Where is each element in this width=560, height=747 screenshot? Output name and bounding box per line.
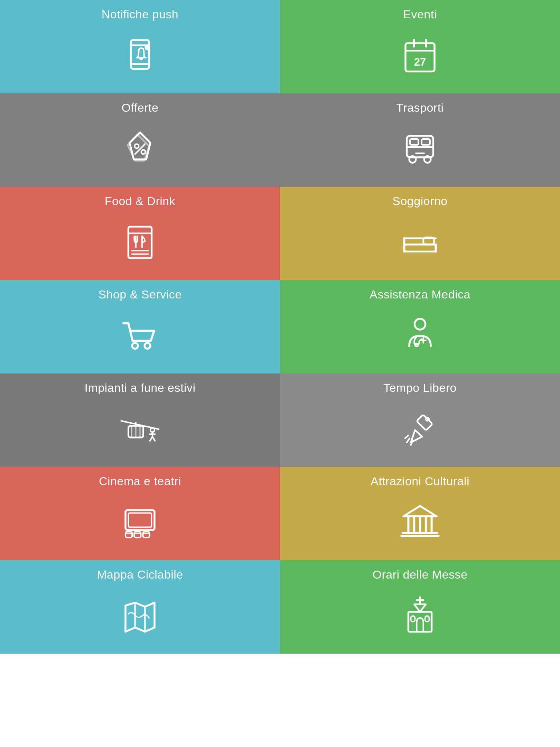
svg-line-11 [135, 144, 145, 154]
cell-assistenza-medica[interactable]: Assistenza Medica [280, 280, 560, 374]
label-impianti-fune: Impianti a fune estivi [0, 374, 280, 401]
svg-line-50 [407, 438, 410, 442]
svg-rect-78 [425, 616, 429, 622]
label-trasporti: Trasporti [280, 93, 560, 121]
cell-shop-service[interactable]: Shop & Service [0, 280, 280, 374]
label-mappa-ciclabile: Mappa Ciclabile [0, 560, 280, 588]
label-cinema-teatri: Cinema e teatri [0, 467, 280, 494]
svg-marker-61 [403, 506, 437, 516]
cell-mappa-ciclabile[interactable]: Mappa Ciclabile [0, 560, 280, 654]
svg-marker-74 [414, 604, 426, 612]
svg-rect-77 [411, 616, 415, 622]
svg-rect-15 [422, 139, 430, 145]
label-food-drink: Food & Drink [0, 187, 280, 214]
icon-trasporti [399, 121, 441, 187]
svg-rect-57 [143, 532, 149, 537]
svg-point-3 [144, 44, 150, 50]
svg-rect-54 [128, 513, 151, 527]
label-assistenza-medica: Assistenza Medica [280, 280, 560, 307]
label-soggiorno: Soggiorno [280, 187, 560, 214]
svg-point-31 [132, 343, 138, 349]
icon-orari-messe [399, 588, 441, 654]
label-attrazioni-culturali: Attrazioni Culturali [280, 467, 560, 494]
icon-attrazioni-culturali [399, 494, 441, 560]
cell-impianti-fune[interactable]: Impianti a fune estivi [0, 374, 280, 467]
icon-offerte [119, 121, 161, 187]
cell-attrazioni-culturali[interactable]: Attrazioni Culturali [280, 467, 560, 560]
cell-notifiche-push[interactable]: Notifiche push [0, 0, 280, 93]
svg-point-33 [414, 319, 425, 329]
svg-rect-55 [125, 532, 132, 537]
icon-food-drink [119, 214, 161, 280]
svg-rect-48 [417, 414, 432, 430]
cell-tempo-libero[interactable]: Tempo Libero [280, 374, 560, 467]
svg-rect-14 [410, 139, 418, 145]
icon-cinema-teatri [119, 494, 161, 560]
label-eventi: Eventi [280, 0, 560, 27]
cell-cinema-teatri[interactable]: Cinema e teatri [0, 467, 280, 560]
icon-mappa-ciclabile [119, 588, 161, 654]
svg-point-9 [134, 144, 139, 148]
cell-orari-messe[interactable]: Orari delle Messe [280, 560, 560, 654]
icon-tempo-libero [399, 401, 441, 467]
svg-rect-56 [134, 532, 141, 537]
svg-point-32 [144, 343, 150, 349]
svg-text:27: 27 [414, 56, 426, 68]
cell-offerte[interactable]: Offerte [0, 93, 280, 187]
svg-line-47 [152, 436, 155, 441]
icon-soggiorno [399, 214, 441, 280]
icon-eventi: 27 [399, 27, 441, 93]
label-orari-messe: Orari delle Messe [280, 560, 560, 588]
label-tempo-libero: Tempo Libero [280, 374, 560, 401]
svg-line-49 [405, 435, 409, 438]
cell-food-drink[interactable]: Food & Drink [0, 187, 280, 280]
svg-rect-28 [404, 245, 436, 251]
icon-assistenza-medica [399, 307, 441, 374]
label-notifiche-push: Notifiche push [0, 0, 280, 27]
svg-point-10 [141, 150, 146, 154]
cell-soggiorno[interactable]: Soggiorno [280, 187, 560, 280]
icon-impianti-fune [119, 401, 161, 467]
icon-notifiche-push [119, 27, 161, 93]
icon-shop-service [119, 307, 161, 374]
cell-eventi[interactable]: Eventi 27 [280, 0, 560, 93]
label-offerte: Offerte [0, 93, 280, 121]
label-shop-service: Shop & Service [0, 280, 280, 307]
category-grid: Notifiche push Eventi [0, 0, 560, 654]
cell-trasporti[interactable]: Trasporti [280, 93, 560, 187]
